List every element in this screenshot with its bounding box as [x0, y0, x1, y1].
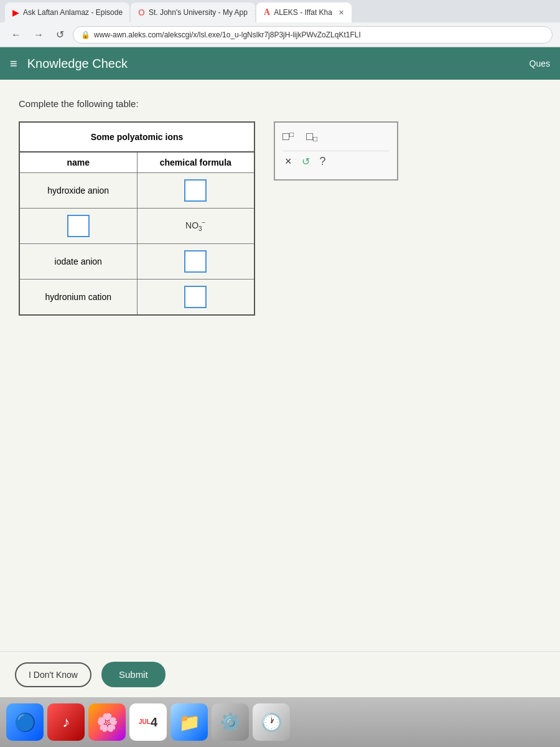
dock-settings[interactable]: ⚙️	[212, 703, 249, 741]
popup-help-button[interactable]: ?	[320, 155, 326, 168]
nitrate-subscript: 3	[198, 225, 202, 232]
url-text: www-awn.aleks.com/alekscgi/x/lsl.exe/1o_…	[94, 31, 361, 39]
tab-aleks-close[interactable]: ✕	[338, 9, 344, 17]
app-header: ≡ Knowledge Check Ques	[0, 47, 560, 80]
calendar-month: JUL	[139, 718, 151, 726]
tab-youtube[interactable]: ▶ Ask Laftan Anlamaz - Episode ✕	[5, 2, 129, 22]
forward-button[interactable]: →	[30, 28, 47, 42]
music-icon: ♪	[62, 713, 70, 731]
bottom-action-bar: I Don't Know Submit	[0, 651, 560, 697]
files-icon: 📁	[179, 712, 200, 733]
col-formula-header: chemical formula	[137, 152, 254, 173]
table-title: Some polyatomic ions	[19, 122, 254, 152]
table-row: hydronium cation	[19, 280, 254, 316]
row3-formula-input[interactable]	[184, 250, 207, 273]
superscript-symbol[interactable]: □□	[282, 130, 294, 143]
calendar-day: 4	[151, 715, 157, 730]
finder-icon: 🔵	[14, 712, 36, 733]
header-right: Ques	[530, 59, 550, 68]
clock-icon: 🕐	[261, 712, 282, 733]
question-label: Ques	[530, 59, 550, 68]
table-row: hydroxide anion	[19, 173, 254, 209]
row1-formula-input[interactable]	[184, 179, 207, 202]
row1-name: hydroxide anion	[19, 173, 137, 209]
question-instruction: Complete the following table:	[19, 98, 541, 109]
settings-icon: ⚙️	[220, 712, 241, 733]
dock-photos[interactable]: 🌸	[88, 703, 126, 741]
dock-files[interactable]: 📁	[170, 703, 208, 741]
header-left: ≡ Knowledge Check	[10, 57, 128, 71]
youtube-icon: ▶	[12, 7, 19, 17]
row3-formula[interactable]	[137, 244, 254, 280]
tab-youtube-close[interactable]: ✕	[129, 9, 129, 17]
nitrate-superscript: −	[202, 220, 206, 227]
tab-stjohns-label: St. John's University - My App	[149, 8, 248, 17]
dock-finder[interactable]: 🔵	[6, 703, 44, 741]
math-popup-symbols-row: □□ □□	[282, 130, 390, 143]
address-bar: ← → ↺ 🔒 www-awn.aleks.com/alekscgi/x/lsl…	[0, 22, 560, 47]
row4-formula-input[interactable]	[184, 286, 207, 308]
submit-button[interactable]: Submit	[101, 662, 166, 687]
tab-stjohns[interactable]: O St. John's University - My App ✕	[131, 2, 255, 22]
main-content: Complete the following table: Some polya…	[0, 80, 560, 697]
row1-formula[interactable]	[137, 173, 254, 209]
tab-aleks[interactable]: A ALEKS - Iffat Kha ✕	[256, 2, 352, 22]
tab-youtube-label: Ask Laftan Anlamaz - Episode	[23, 8, 123, 17]
math-input-popup: □□ □□ × ↺ ?	[274, 121, 398, 181]
content-spacer	[19, 316, 541, 627]
col-name-header: name	[19, 152, 137, 173]
table-area: Some polyatomic ions name chemical formu…	[19, 121, 541, 316]
stjohns-icon: O	[138, 7, 145, 17]
hamburger-menu[interactable]: ≡	[10, 57, 17, 71]
dock-music[interactable]: ♪	[47, 703, 85, 741]
subscript-symbol[interactable]: □□	[306, 130, 317, 143]
url-field[interactable]: 🔒 www-awn.aleks.com/alekscgi/x/lsl.exe/1…	[73, 26, 553, 44]
popup-undo-button[interactable]: ↺	[302, 156, 310, 167]
dock-calendar[interactable]: JUL 4	[129, 703, 167, 741]
popup-close-button[interactable]: ×	[285, 155, 292, 168]
row4-formula[interactable]	[137, 280, 254, 316]
refresh-button[interactable]: ↺	[52, 27, 68, 42]
nitrate-formula: NO3−	[185, 220, 205, 230]
page-title: Knowledge Check	[27, 57, 128, 71]
taskbar: 🔵 ♪ 🌸 JUL 4 📁 ⚙️ 🕐	[0, 697, 560, 747]
lock-icon: 🔒	[81, 31, 90, 39]
dock-clock[interactable]: 🕐	[253, 703, 290, 741]
polyatomic-ions-table: Some polyatomic ions name chemical formu…	[19, 121, 255, 316]
browser-tabs: ▶ Ask Laftan Anlamaz - Episode ✕ O St. J…	[0, 0, 560, 22]
tab-aleks-label: ALEKS - Iffat Kha	[274, 8, 332, 17]
table-row: NO3−	[19, 209, 254, 244]
row2-formula: NO3−	[137, 209, 254, 244]
row2-name-input[interactable]	[67, 215, 90, 237]
photos-icon: 🌸	[96, 712, 118, 733]
aleks-icon: A	[264, 7, 270, 17]
row3-name: iodate anion	[19, 244, 137, 280]
table-row: iodate anion	[19, 244, 254, 280]
back-button[interactable]: ←	[7, 28, 25, 42]
row4-name: hydronium cation	[19, 280, 137, 316]
math-popup-actions-row: × ↺ ?	[282, 151, 390, 172]
dont-know-button[interactable]: I Don't Know	[15, 662, 91, 687]
tab-stjohns-close[interactable]: ✕	[254, 9, 255, 17]
row2-name[interactable]	[19, 209, 137, 244]
